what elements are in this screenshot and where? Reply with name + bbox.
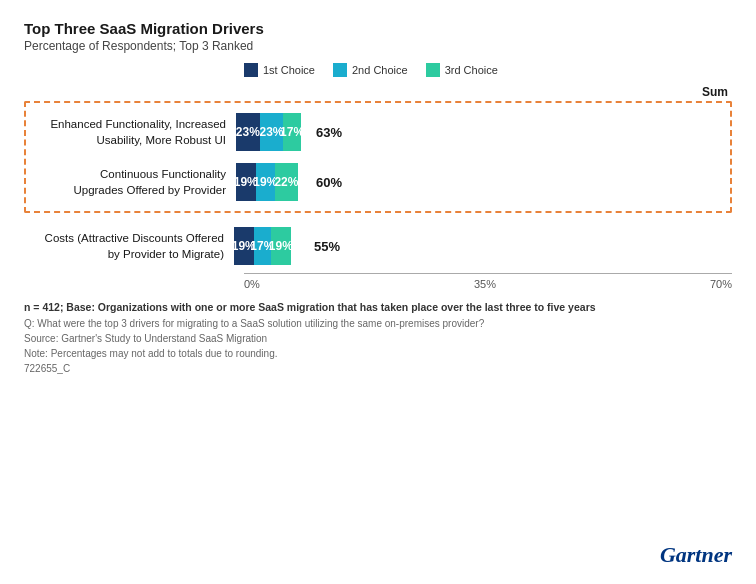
sub-title: Percentage of Respondents; Top 3 Ranked bbox=[24, 39, 732, 53]
footer-code: 722655_C bbox=[24, 361, 732, 376]
x-axis-label: 35% bbox=[474, 278, 496, 290]
x-axis: 0%35%70% bbox=[244, 274, 732, 290]
legend-color-box bbox=[244, 63, 258, 77]
legend-label: 1st Choice bbox=[263, 64, 315, 76]
main-title: Top Three SaaS Migration Drivers bbox=[24, 20, 732, 37]
row-label: Continuous FunctionalityUpgrades Offered… bbox=[26, 166, 236, 198]
legend-label: 2nd Choice bbox=[352, 64, 408, 76]
legend-label: 3rd Choice bbox=[445, 64, 498, 76]
chart-row: Costs (Attractive Discounts Offeredby Pr… bbox=[24, 221, 732, 271]
legend-item: 1st Choice bbox=[244, 63, 315, 77]
legend: 1st Choice2nd Choice3rd Choice bbox=[244, 63, 732, 77]
bar-segment: 17% bbox=[283, 113, 301, 151]
legend-item: 2nd Choice bbox=[333, 63, 408, 77]
sum-value: 55% bbox=[314, 239, 340, 254]
sum-value: 63% bbox=[316, 125, 342, 140]
legend-color-box bbox=[333, 63, 347, 77]
bar-group: 19%19%22% bbox=[236, 163, 308, 201]
chart-area: Enhanced Functionality, IncreasedUsabili… bbox=[24, 101, 732, 271]
gartner-logo: Gartner bbox=[660, 542, 732, 568]
bar-group: 19%17%19% bbox=[234, 227, 306, 265]
chart-row: Enhanced Functionality, IncreasedUsabili… bbox=[26, 107, 730, 157]
row-label: Enhanced Functionality, IncreasedUsabili… bbox=[26, 116, 236, 148]
x-axis-label: 0% bbox=[244, 278, 260, 290]
highlighted-section: Enhanced Functionality, IncreasedUsabili… bbox=[24, 101, 732, 213]
footer-source: Source: Gartner's Study to Understand Sa… bbox=[24, 331, 732, 346]
bar-segment: 22% bbox=[275, 163, 298, 201]
bar-group: 23%23%17% bbox=[236, 113, 308, 151]
legend-color-box bbox=[426, 63, 440, 77]
footer-question: Q: What were the top 3 drivers for migra… bbox=[24, 316, 732, 331]
bars-container: 23%23%17%63% bbox=[236, 113, 730, 151]
chart-row: Continuous FunctionalityUpgrades Offered… bbox=[26, 157, 730, 207]
bar-segment: 23% bbox=[236, 113, 260, 151]
bars-container: 19%17%19%55% bbox=[234, 227, 732, 265]
bar-segment: 19% bbox=[271, 227, 291, 265]
row-label: Costs (Attractive Discounts Offeredby Pr… bbox=[24, 230, 234, 262]
bar-segment: 19% bbox=[256, 163, 276, 201]
sum-value: 60% bbox=[316, 175, 342, 190]
bars-container: 19%19%22%60% bbox=[236, 163, 730, 201]
footer-section: n = 412; Base: Organizations with one or… bbox=[24, 300, 732, 376]
legend-item: 3rd Choice bbox=[426, 63, 498, 77]
x-axis-label: 70% bbox=[710, 278, 732, 290]
sum-header: Sum bbox=[244, 85, 732, 99]
footer-base: n = 412; Base: Organizations with one or… bbox=[24, 300, 732, 316]
footer-note: Note: Percentages may not add to totals … bbox=[24, 346, 732, 361]
